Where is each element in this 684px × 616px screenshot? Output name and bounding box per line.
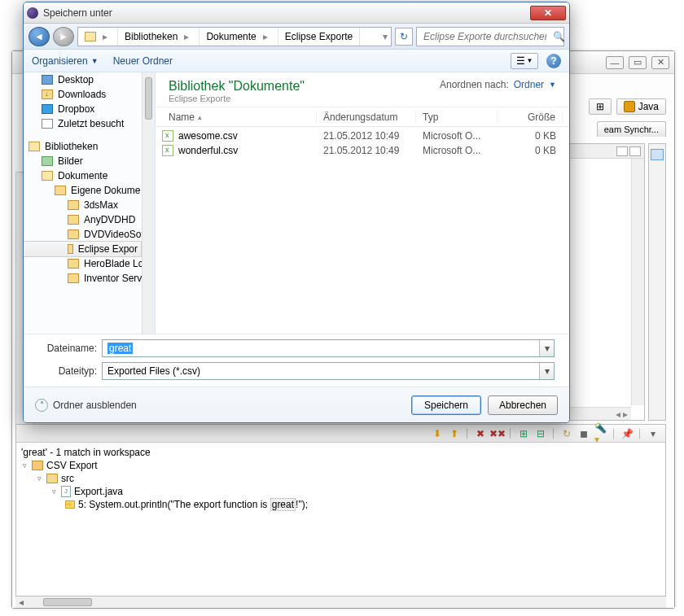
nav-item-inventor[interactable]: Inventor Serv bbox=[24, 271, 155, 286]
dialog-close-button[interactable]: ✕ bbox=[530, 6, 566, 20]
nav-section-libraries[interactable]: Bibliotheken bbox=[24, 139, 155, 154]
history-icon[interactable]: 🔦▾ bbox=[594, 427, 608, 440]
scroll-thumb[interactable] bbox=[43, 598, 92, 606]
folder-icon bbox=[46, 474, 58, 483]
nav-item-documents[interactable]: Dokumente bbox=[24, 168, 155, 183]
breadcrumb-root[interactable]: ▸ bbox=[78, 28, 118, 46]
java-icon bbox=[624, 101, 635, 112]
eclipse-minimize-button[interactable]: ― bbox=[606, 56, 624, 69]
col-type[interactable]: Typ bbox=[416, 111, 498, 123]
cancel-button[interactable]: Abbrechen bbox=[488, 395, 558, 415]
chevron-down-icon[interactable]: ▾ bbox=[539, 340, 554, 356]
run-again-icon[interactable]: ↻ bbox=[559, 427, 574, 440]
nav-back-button[interactable]: ◄ bbox=[28, 27, 50, 46]
hide-folders-toggle[interactable]: ˄ Ordner ausblenden bbox=[35, 399, 137, 412]
twisty-icon[interactable]: ▿ bbox=[21, 462, 28, 470]
file-size: 0 KB bbox=[498, 130, 563, 142]
breadcrumb-seg-1[interactable]: Dokumente ▸ bbox=[200, 28, 278, 46]
help-button[interactable]: ? bbox=[546, 54, 561, 68]
eclipse-maximize-button[interactable]: ▭ bbox=[629, 56, 647, 69]
col-date[interactable]: Änderungsdatum bbox=[317, 111, 416, 123]
twisty-icon[interactable]: ▿ bbox=[36, 475, 43, 483]
dialog-footer: ˄ Ordner ausblenden Speichern Abbrechen bbox=[24, 387, 569, 422]
eclipse-hscroll[interactable]: ◂ bbox=[15, 596, 666, 608]
view-mode-button[interactable]: ☰ ▼ bbox=[511, 53, 538, 69]
search-input[interactable] bbox=[422, 30, 548, 43]
nav-item-3dsmax[interactable]: 3dsMax bbox=[24, 198, 155, 212]
new-folder-button[interactable]: Neuer Ordner bbox=[113, 55, 173, 67]
save-button[interactable]: Speichern bbox=[411, 395, 481, 415]
folder-icon bbox=[68, 259, 79, 269]
editor-maximize-icon[interactable] bbox=[629, 146, 641, 156]
pane-header: Bibliothek "Dokumente" Eclipse Exporte A… bbox=[156, 72, 569, 107]
search-icon[interactable]: 🔍 bbox=[553, 31, 565, 42]
java-perspective-button[interactable]: Java bbox=[616, 98, 666, 115]
stop-search-icon[interactable]: ◼ bbox=[577, 427, 591, 440]
nav-item-dropbox[interactable]: Dropbox bbox=[24, 102, 155, 116]
expand-all-icon[interactable]: ⊞ bbox=[516, 427, 531, 440]
tab-team-sync[interactable]: eam Synchr... bbox=[597, 121, 666, 137]
nav-item-anydvd[interactable]: AnyDVDHD bbox=[24, 212, 155, 227]
nav-item-pictures[interactable]: Bilder bbox=[24, 154, 155, 168]
arrange-by[interactable]: Anordnen nach: Ordner ▼ bbox=[440, 79, 556, 90]
breadcrumb-seg-2[interactable]: Eclipse Exporte bbox=[278, 28, 360, 46]
breadcrumb-seg-0[interactable]: Bibliotheken ▸ bbox=[118, 28, 200, 46]
view-menu-icon[interactable]: ▾ bbox=[646, 427, 660, 440]
nav-item-heroblade[interactable]: HeroBlade Lc bbox=[24, 256, 155, 271]
eclipse-icon bbox=[27, 7, 38, 19]
match-icon bbox=[65, 500, 75, 509]
file-row[interactable]: wonderful.csv 21.05.2012 10:49 Microsoft… bbox=[162, 143, 563, 158]
nav-tree[interactable]: Desktop Downloads Dropbox Zuletzt besuch… bbox=[24, 72, 156, 334]
col-size[interactable]: Größe bbox=[498, 111, 563, 123]
filename-input[interactable]: great bbox=[103, 343, 539, 354]
result-match[interactable]: 5: System.out.println("The export functi… bbox=[21, 498, 660, 511]
dialog-titlebar[interactable]: Speichern unter ✕ bbox=[24, 2, 569, 24]
open-perspective-button[interactable]: ⊞ bbox=[589, 98, 612, 115]
folder-icon bbox=[68, 229, 79, 239]
perspective-label: Java bbox=[638, 101, 659, 112]
pin-icon[interactable]: 📌 bbox=[620, 427, 634, 440]
next-match-icon[interactable]: ⬇ bbox=[430, 427, 445, 440]
editor-minimize-icon[interactable] bbox=[616, 146, 628, 156]
result-project[interactable]: ▿ CSV Export bbox=[21, 459, 660, 472]
nav-item-dvdvideo[interactable]: DVDVideoSof bbox=[24, 227, 155, 242]
nav-item-desktop[interactable]: Desktop bbox=[24, 72, 155, 87]
outline-icon[interactable] bbox=[651, 149, 664, 160]
nav-label: Eigene Dokume bbox=[71, 185, 140, 196]
chevron-right-icon[interactable]: ▸ bbox=[181, 31, 192, 42]
chevron-right-icon[interactable]: ▸ bbox=[260, 31, 271, 42]
collapse-all-icon[interactable]: ⊟ bbox=[533, 427, 548, 440]
remove-all-icon[interactable]: ✖✖ bbox=[490, 427, 505, 440]
col-name[interactable]: Name ▴ bbox=[162, 111, 317, 123]
nav-label: Dokumente bbox=[58, 170, 107, 181]
search-box[interactable]: 🔍 bbox=[416, 27, 564, 46]
prev-match-icon[interactable]: ⬆ bbox=[447, 427, 462, 440]
breadcrumb-bar[interactable]: ▸ Bibliotheken ▸ Dokumente ▸ Eclipse Exp… bbox=[77, 27, 392, 46]
breadcrumb-dropdown-icon[interactable]: ▾ bbox=[379, 31, 391, 42]
scroll-left-icon[interactable]: ◂ bbox=[15, 597, 27, 607]
nav-item-downloads[interactable]: Downloads bbox=[24, 87, 155, 102]
file-row[interactable]: awesome.csv 21.05.2012 10:49 Microsoft O… bbox=[162, 129, 563, 143]
refresh-button[interactable]: ↻ bbox=[395, 28, 413, 46]
twisty-icon[interactable]: ▿ bbox=[50, 488, 58, 496]
remove-match-icon[interactable]: ✖ bbox=[473, 427, 488, 440]
organize-menu[interactable]: Organisieren ▼ bbox=[32, 55, 99, 67]
nav-forward-button[interactable]: ► bbox=[53, 27, 74, 46]
nav-item-recent[interactable]: Zuletzt besucht bbox=[24, 116, 155, 131]
filetype-combo[interactable]: Exported Files (*.csv) ▾ bbox=[102, 362, 555, 380]
navtree-scrollbar[interactable] bbox=[142, 72, 155, 334]
chevron-right-icon[interactable]: ▸ bbox=[99, 31, 111, 42]
chevron-down-icon: ▼ bbox=[527, 57, 533, 64]
scroll-thumb[interactable] bbox=[145, 77, 152, 120]
eclipse-close-button[interactable]: ✕ bbox=[651, 56, 669, 69]
result-file[interactable]: ▿ Export.java bbox=[21, 485, 660, 498]
result-folder[interactable]: ▿ src bbox=[21, 472, 660, 485]
editor-vscroll[interactable] bbox=[631, 159, 644, 405]
chevron-down-icon[interactable]: ▾ bbox=[539, 363, 554, 379]
filename-combo[interactable]: great ▾ bbox=[102, 339, 555, 357]
nav-item-mydocs[interactable]: Eigene Dokume bbox=[24, 183, 155, 198]
nav-label: Bilder bbox=[58, 155, 83, 167]
arrange-value[interactable]: Ordner bbox=[514, 79, 544, 90]
search-toolbar: ⬇ ⬆ ✖ ✖✖ ⊞ ⊟ ↻ ◼ 🔦▾ 📌 ▾ bbox=[16, 425, 665, 443]
nav-item-eclipse-export[interactable]: Eclipse Expor bbox=[24, 241, 142, 257]
